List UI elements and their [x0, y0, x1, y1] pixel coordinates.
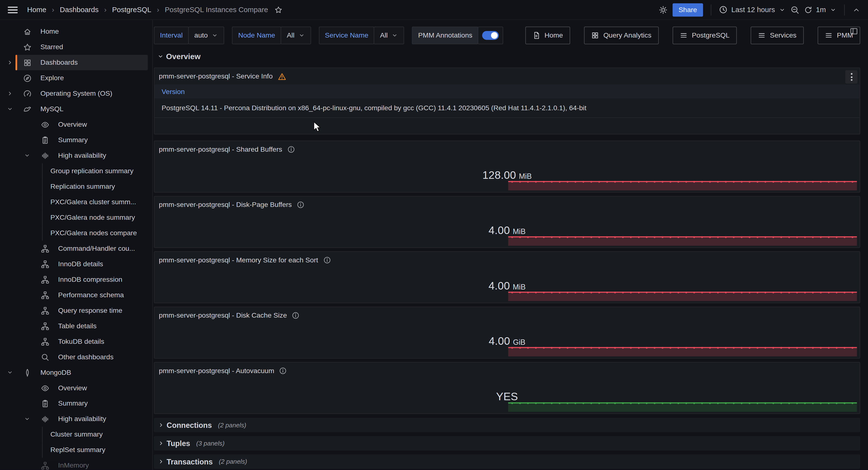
sidebar-item-icon — [23, 105, 31, 113]
sidebar-item[interactable]: Overview — [0, 380, 152, 396]
sidebar-item-label: InMemory — [58, 462, 89, 469]
info-icon[interactable] — [297, 201, 305, 209]
sidebar-item[interactable]: Summary — [0, 132, 152, 148]
node-name-select[interactable]: All — [281, 27, 311, 44]
sidebar-item[interactable]: Operating System (OS) — [0, 86, 152, 101]
info-icon[interactable] — [279, 367, 287, 375]
link-button-label: Services — [770, 31, 797, 39]
stat-panel: pmm-server-postgresql - Shared Buffers 1… — [154, 140, 860, 193]
sidebar-item[interactable]: Starred — [0, 39, 152, 55]
interval-select[interactable]: auto — [188, 27, 224, 44]
info-icon[interactable] — [292, 312, 300, 319]
node-name-value: All — [287, 31, 294, 39]
dashboard-link-button[interactable]: Services — [750, 27, 804, 44]
sidebar-item[interactable]: PXC/Galera node summary — [0, 210, 152, 225]
collapsed-section-row[interactable]: Transactions (2 panels) — [154, 454, 860, 469]
expand-chevron-icon[interactable] — [6, 90, 13, 97]
panel-title[interactable]: pmm-server-postgresql - Disk Cache Size — [154, 307, 860, 324]
panel-menu-kebab-icon[interactable] — [845, 70, 857, 84]
stat-number: 4.00 — [489, 280, 510, 292]
mouse-cursor — [313, 121, 324, 133]
dashboard-content: Interval auto Node Name All Service Name… — [153, 20, 868, 470]
sidebar-item[interactable]: Command/Handler cou... — [0, 241, 152, 256]
chevron-down-icon — [157, 53, 164, 60]
sidebar-item[interactable]: PXC/Galera cluster summ... — [0, 194, 152, 210]
dashboard-link-button[interactable]: Home — [525, 27, 570, 44]
expand-chevron-icon[interactable] — [6, 106, 13, 112]
info-icon[interactable] — [323, 256, 331, 264]
sidebar-item[interactable]: ReplSet summary — [0, 442, 152, 458]
info-icon[interactable] — [287, 146, 295, 153]
sidebar-item[interactable]: TokuDB details — [0, 334, 152, 349]
menu-toggle-icon[interactable] — [8, 6, 18, 13]
sidebar-item[interactable]: Summary — [0, 396, 152, 411]
sidebar-item[interactable]: High availability — [0, 411, 152, 427]
sidebar-item[interactable]: Query response time — [0, 303, 152, 318]
service-name-select[interactable]: All — [374, 27, 404, 44]
refresh-picker[interactable]: 1m — [804, 6, 837, 14]
pmm-annotations-toggle[interactable] — [478, 27, 503, 44]
sidebar-item[interactable]: Other dashboards — [0, 349, 152, 365]
sidebar-item-label: Summary — [58, 136, 88, 144]
panel-title[interactable]: pmm-server-postgresql - Service Info — [154, 68, 860, 85]
refresh-icon — [804, 6, 812, 13]
sidebar-item-icon — [41, 322, 49, 330]
time-range-picker[interactable]: Last 12 hours — [719, 6, 785, 14]
sidebar-item[interactable]: InnoDB compression — [0, 272, 152, 287]
collapsed-section-row[interactable]: Connections (2 panels) — [154, 418, 860, 432]
breadcrumb-link[interactable]: PostgreSQL — [112, 6, 151, 14]
expand-chevron-icon[interactable] — [24, 152, 30, 159]
sidebar-item[interactable]: Cluster summary — [0, 427, 152, 442]
collapsed-section-row[interactable]: Tuples (3 panels) — [154, 436, 860, 450]
sidebar-item-label: Overview — [58, 121, 87, 128]
panel-title[interactable]: pmm-server-postgresql - Memory Size for … — [154, 252, 860, 269]
sidebar-item[interactable]: High availability — [0, 148, 152, 163]
panel-title[interactable]: pmm-server-postgresql - Disk-Page Buffer… — [154, 196, 860, 213]
favorite-star-icon[interactable] — [275, 6, 283, 13]
breadcrumb-link[interactable]: Home — [27, 6, 46, 14]
sidebar-item[interactable]: Replication summary — [0, 179, 152, 194]
expand-chevron-icon[interactable] — [24, 416, 30, 422]
dashboard-link-button[interactable]: PostgreSQL — [673, 27, 737, 44]
sidebar-item-icon — [41, 399, 49, 407]
dashboard-settings-gear-icon[interactable] — [659, 5, 668, 14]
sidebar-item[interactable]: InnoDB details — [0, 256, 152, 272]
expand-chevron-icon[interactable] — [6, 59, 13, 66]
sparkline — [508, 347, 857, 356]
stat-panel: pmm-server-postgresql - Disk Cache Size … — [154, 307, 860, 359]
sidebar-item[interactable]: MySQL — [0, 101, 152, 117]
table-column-header[interactable]: Version — [154, 85, 860, 99]
sidebar-item[interactable]: InMemory — [0, 458, 152, 470]
breadcrumb-item: Dashboards › — [60, 6, 112, 14]
sidebar-item[interactable]: PXC/Galera nodes compare — [0, 225, 152, 241]
sidebar-item-label: Cluster summary — [51, 431, 103, 438]
breadcrumb-link[interactable]: Dashboards — [60, 6, 99, 14]
share-button[interactable]: Share — [673, 3, 703, 17]
sidebar-item[interactable]: Overview — [0, 117, 152, 132]
sidebar-item-label: Query response time — [58, 307, 122, 314]
collapse-topbar-caret-icon[interactable] — [852, 6, 860, 13]
dock-menu-icon[interactable] — [850, 27, 858, 35]
sidebar-item[interactable]: Performance schema — [0, 287, 152, 303]
sidebar-item[interactable]: MongoDB — [0, 365, 152, 380]
expand-chevron-icon[interactable] — [6, 369, 13, 376]
panel-title[interactable]: pmm-server-postgresql - Shared Buffers — [154, 141, 860, 158]
zoom-out-icon[interactable] — [790, 5, 799, 14]
sidebar-item-icon — [41, 306, 49, 314]
pmm-grafana-app: Home › Dashboards › PostgreSQL › Postgre… — [0, 0, 868, 470]
panel-title[interactable]: pmm-server-postgresql - Autovacuum — [154, 363, 860, 379]
sidebar-item-icon — [41, 245, 49, 253]
warning-icon[interactable] — [278, 72, 286, 81]
section-header-overview[interactable]: Overview — [157, 51, 868, 61]
sidebar-item-label: TokuDB details — [58, 338, 104, 345]
sidebar-item[interactable]: Group replication summary — [0, 163, 152, 179]
panel-title-text: pmm-server-postgresql - Autovacuum — [159, 367, 274, 375]
dashboard-link-button[interactable]: Query Analytics — [584, 27, 659, 44]
sidebar-item[interactable]: Home — [0, 24, 152, 39]
stat-number: YES — [496, 390, 518, 402]
sidebar-item[interactable]: Table details — [0, 318, 152, 334]
breadcrumb-link[interactable]: PostgreSQL Instances Compare — [165, 6, 268, 14]
sidebar-item[interactable]: Dashboards — [0, 55, 152, 70]
sidebar-item[interactable]: Explore — [0, 70, 152, 86]
divider — [711, 4, 711, 15]
